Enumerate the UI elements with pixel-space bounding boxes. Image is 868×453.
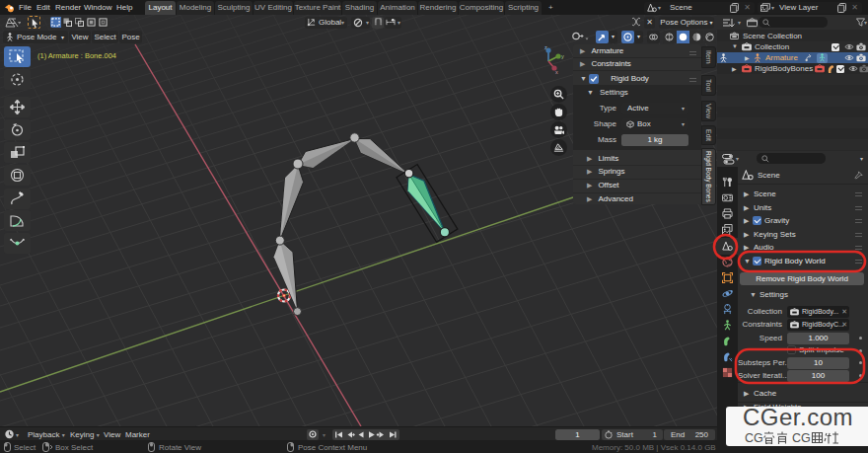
svg-text:CG: CG	[792, 431, 811, 444]
svg-text:CG: CG	[745, 431, 763, 444]
